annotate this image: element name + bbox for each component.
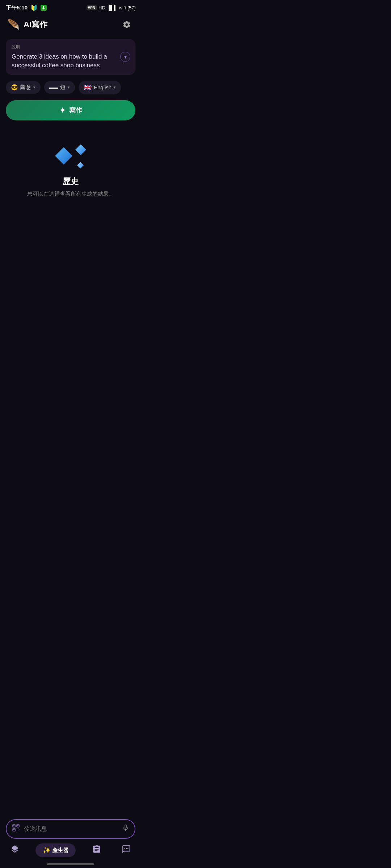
desc-label: 說明 (12, 44, 130, 50)
length-filter[interactable]: ▬▬ 短 ▾ (44, 81, 75, 94)
header-left: 🪶 AI寫作 (7, 19, 47, 31)
signal-icon: HD (98, 5, 105, 10)
status-icon-1: 🔰 (30, 4, 38, 11)
vpn-badge: VPN (87, 5, 97, 10)
length-label: 短 (60, 84, 66, 91)
tone-emoji: 😎 (11, 84, 18, 91)
desc-expand-chevron[interactable]: ▾ (120, 52, 130, 62)
diamond-group (54, 144, 87, 169)
length-icon: ▬▬ (49, 85, 58, 90)
write-button[interactable]: ✦ 寫作 (6, 100, 135, 120)
history-title: 歷史 (7, 176, 134, 187)
length-chevron: ▾ (68, 85, 70, 90)
tone-filter[interactable]: 😎 隨意 ▾ (6, 81, 41, 94)
cellular-icon: ▐▌▌ (107, 5, 117, 10)
status-time: 下午5:10 (6, 4, 28, 11)
status-bar: 下午5:10 🔰 ⬇ VPN HD ▐▌▌ wifi [57] (0, 0, 141, 13)
settings-button[interactable] (119, 17, 134, 32)
app-header: 🪶 AI寫作 (0, 13, 141, 36)
wifi-icon: wifi (119, 5, 126, 10)
desc-text: Generate 3 ideas on how to build a succe… (12, 52, 130, 70)
language-flag: 🇬🇧 (84, 84, 92, 92)
diamond-small (77, 162, 84, 169)
description-card[interactable]: 說明 Generate 3 ideas on how to build a su… (6, 39, 135, 75)
write-label: 寫作 (69, 106, 82, 115)
tone-chevron: ▾ (33, 85, 35, 90)
filter-row: 😎 隨意 ▾ ▬▬ 短 ▾ 🇬🇧 English ▾ (0, 81, 141, 100)
sparkle-decoration (0, 129, 141, 173)
language-chevron: ▾ (114, 85, 116, 90)
history-section: 歷史 您可以在這裡查看所有生成的結果。 (0, 173, 141, 205)
scroll-spacer (0, 205, 141, 256)
diamond-large (54, 146, 73, 165)
status-right-icons: VPN HD ▐▌▌ wifi [57] (87, 5, 135, 10)
diamond-medium (75, 144, 87, 156)
write-sparkle-icon: ✦ (59, 106, 66, 115)
tone-label: 隨意 (20, 84, 31, 91)
battery-icon: [57] (127, 5, 135, 10)
app-title: AI寫作 (24, 19, 47, 30)
history-subtitle: 您可以在這裡查看所有生成的結果。 (7, 190, 134, 198)
language-label: English (94, 84, 112, 90)
language-filter[interactable]: 🇬🇧 English ▾ (79, 81, 121, 94)
status-icon-2: ⬇ (41, 5, 47, 11)
app-logo: 🪶 (7, 19, 20, 31)
gear-icon (122, 20, 131, 29)
